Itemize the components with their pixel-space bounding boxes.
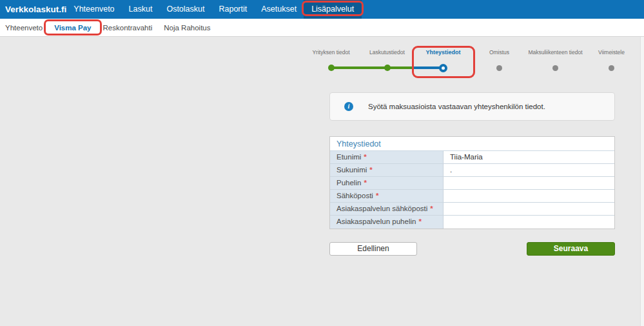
wizard-stepper: Yrityksen tiedot Laskutustiedot Yhteysti… <box>303 48 639 72</box>
field-value-asiakaspalvelun-sahkoposti[interactable] <box>444 203 614 215</box>
field-value-sukunimi[interactable]: . <box>444 164 614 176</box>
field-label-asiakaspalvelun-sahkoposti: Asiakaspalvelun sähköposti* <box>330 203 444 215</box>
step-upcoming-dot-icon <box>609 65 614 71</box>
topnav-item-asetukset[interactable]: Asetukset <box>254 0 304 19</box>
subnav-item-reskontravahti[interactable]: Reskontravahti <box>97 19 159 36</box>
subnav-item-noja-rahoitus[interactable]: Noja Rahoitus <box>158 19 216 36</box>
subnav-item-yhteenveto[interactable]: Yhteenveto <box>5 19 48 36</box>
topnav-item-raportit[interactable]: Raportit <box>211 0 254 19</box>
subnav-item-visma-pay[interactable]: Visma Pay <box>48 19 97 36</box>
step-label: Omistus <box>471 48 527 57</box>
previous-button[interactable]: Edellinen <box>329 242 417 256</box>
info-icon: i <box>344 102 353 111</box>
step-label: Viimeistele <box>583 48 639 57</box>
step-upcoming-dot-icon <box>496 65 502 71</box>
step-label: Maksuliikenteen tiedot <box>527 48 583 57</box>
field-value-puhelin[interactable] <box>444 177 614 189</box>
step-yhteystiedot[interactable]: Yhteystiedot <box>415 48 471 72</box>
sub-navigation-bar: Yhteenveto Visma Pay Reskontravahti Noja… <box>0 19 644 37</box>
topnav-item-lisapalvelut[interactable]: Lisäpalvelut <box>304 0 362 19</box>
brand-logo[interactable]: Verkkolaskut.fi <box>0 0 66 19</box>
table-row: Sähköposti* <box>330 190 614 203</box>
step-omistus[interactable]: Omistus <box>471 48 527 72</box>
step-viimeistele[interactable]: Viimeistele <box>583 48 639 72</box>
table-row: Etunimi* Tiia-Maria <box>330 151 614 164</box>
field-value-sahkoposti[interactable] <box>444 190 614 202</box>
table-row: Puhelin* <box>330 177 614 190</box>
step-current-dot-icon <box>439 64 447 72</box>
table-row: Asiakaspalvelun sähköposti* <box>330 203 614 216</box>
step-current-dot-hole <box>442 66 445 70</box>
contact-details-form: Yhteystiedot Etunimi* Tiia-Maria Sukunim… <box>329 136 615 229</box>
field-label-etunimi: Etunimi* <box>330 151 444 163</box>
form-section-title: Yhteystiedot <box>330 137 614 151</box>
step-done-dot-icon <box>384 65 391 71</box>
table-row: Sukunimi* . <box>330 164 614 177</box>
step-label: Yrityksen tiedot <box>303 48 359 57</box>
required-marker: * <box>376 192 378 199</box>
required-marker: * <box>364 153 366 161</box>
topnav-item-laskut[interactable]: Laskut <box>122 0 160 19</box>
info-banner-text: Syötä maksuasioista vastaavan yhteyshenk… <box>368 103 545 110</box>
vertical-scrollbar[interactable] <box>640 37 644 326</box>
topnav-item-yhteenveto[interactable]: Yhteenveto <box>66 0 121 19</box>
top-navigation-bar: Verkkolaskut.fi Yhteenveto Laskut Ostola… <box>0 0 644 19</box>
step-laskutustiedot[interactable]: Laskutustiedot <box>359 48 415 72</box>
step-upcoming-dot-icon <box>552 65 558 71</box>
step-yrityksen-tiedot[interactable]: Yrityksen tiedot <box>303 48 359 72</box>
field-label-sukunimi: Sukunimi* <box>330 164 444 176</box>
step-label: Laskutustiedot <box>359 48 415 57</box>
field-label-sahkoposti: Sähköposti* <box>330 190 444 202</box>
required-marker: * <box>418 218 421 225</box>
field-label-puhelin: Puhelin* <box>330 177 444 189</box>
step-maksuliikenteen-tiedot[interactable]: Maksuliikenteen tiedot <box>527 48 583 72</box>
required-marker: * <box>369 166 372 174</box>
subnav-item-label: Visma Pay <box>54 24 91 32</box>
field-value-asiakaspalvelun-puhelin[interactable] <box>444 216 614 229</box>
info-banner: i Syötä maksuasioista vastaavan yhteyshe… <box>329 92 615 121</box>
required-marker: * <box>364 179 366 187</box>
field-value-etunimi[interactable]: Tiia-Maria <box>444 151 614 163</box>
step-label: Yhteystiedot <box>415 48 471 57</box>
step-done-dot-icon <box>328 65 335 71</box>
table-row: Asiakaspalvelun puhelin* <box>330 216 614 229</box>
topnav-item-ostolaskut[interactable]: Ostolaskut <box>159 0 211 19</box>
required-marker: * <box>430 205 433 212</box>
topnav-item-label: Lisäpalvelut <box>311 5 354 14</box>
field-label-asiakaspalvelun-puhelin: Asiakaspalvelun puhelin* <box>330 216 444 229</box>
next-button[interactable]: Seuraava <box>527 242 615 256</box>
